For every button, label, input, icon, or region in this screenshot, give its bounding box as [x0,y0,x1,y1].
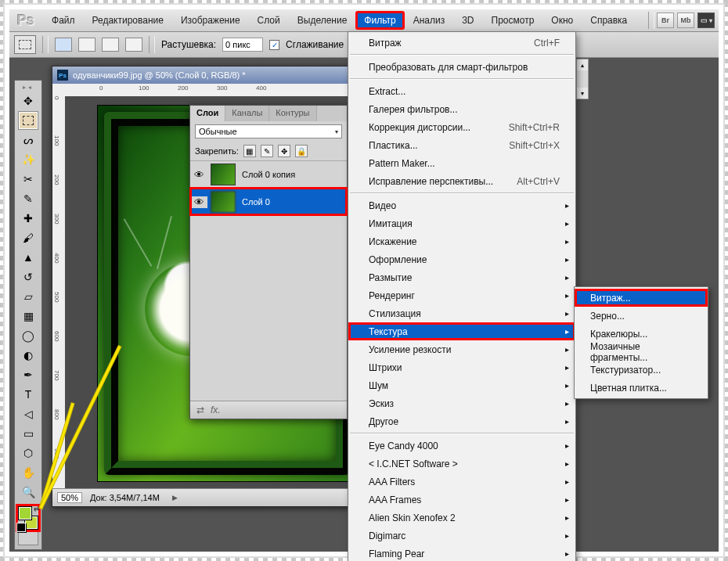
menu-item[interactable]: Eye Candy 4000 [348,437,575,455]
blur-tool[interactable]: ◯ [18,326,38,345]
scrollbar-stub[interactable]: ▴ ▾ [576,59,589,99]
antialias-checkbox[interactable]: ✓ [269,40,279,50]
blend-mode-select[interactable]: Обычные [195,124,342,138]
feather-input[interactable] [222,38,263,52]
menu-item[interactable]: Усиление резкости [348,340,575,358]
menu-item[interactable]: Текстура [348,322,575,340]
menu-layer[interactable]: Слой [250,12,288,29]
lasso-tool[interactable]: ᔕ [18,131,38,149]
3d-tool[interactable]: ⬡ [18,444,38,462]
menu-item[interactable]: Размытие [348,268,575,286]
lock-move-icon[interactable]: ✥ [278,145,290,157]
pen-tool[interactable]: ✒ [18,365,38,384]
menu-help[interactable]: Справка [582,12,635,29]
submenu-item[interactable]: Зерно... [575,307,708,325]
layer-name[interactable]: Слой 0 копия [239,170,295,179]
brush-tool[interactable]: 🖌 [18,228,38,247]
color-wells[interactable]: ⇄ [18,506,38,530]
menu-item[interactable]: Преобразовать для смарт-фильтров [348,58,575,76]
foreground-color[interactable] [18,506,32,520]
submenu-item[interactable]: Цветная плитка... [575,379,708,397]
submenu-item[interactable]: Витраж... [575,289,708,307]
eyedropper-tool[interactable]: ✎ [18,189,38,208]
shape-tool[interactable]: ▭ [18,424,38,443]
menu-item[interactable]: AAA Filters [348,473,575,491]
tab-paths[interactable]: Контуры [269,106,316,121]
path-select-tool[interactable]: ◁ [18,405,38,423]
menu-item[interactable]: Другое [348,412,575,430]
menu-item[interactable]: Исправление перспективы...Alt+Ctrl+V [348,172,575,190]
default-colors-icon[interactable] [16,523,26,532]
minibridge-button[interactable]: Mb [677,13,694,28]
menu-item[interactable]: Видео [348,196,575,214]
dodge-tool[interactable]: ◐ [18,346,38,365]
menu-item[interactable]: Искажение [348,232,575,250]
menu-item[interactable]: Коррекция дисторсии...Shift+Ctrl+R [348,118,575,136]
menu-item[interactable]: Digimarc [348,527,575,545]
lock-brush-icon[interactable]: ✎ [261,145,273,157]
menu-item[interactable]: Пластика...Shift+Ctrl+X [348,136,575,154]
menu-3d[interactable]: 3D [454,12,481,29]
zoom-value[interactable]: 50% [57,492,82,503]
menu-item[interactable]: Оформление [348,250,575,268]
grip-icon[interactable]: ▸◂ [16,83,40,91]
submenu-item[interactable]: Мозаичные фрагменты... [575,343,708,361]
submenu-item[interactable]: Текстуризатор... [575,361,708,379]
menu-item[interactable]: ВитражCtrl+F [348,34,575,52]
lock-pixels-icon[interactable]: ▦ [243,145,256,157]
active-tool-thumb[interactable] [14,35,36,54]
hand-tool[interactable]: ✋ [18,463,38,482]
tab-layers[interactable]: Слои [190,106,225,121]
menu-item[interactable]: Эскиз [348,394,575,412]
menu-edit[interactable]: Редактирование [85,12,171,29]
link-layers-icon[interactable]: ⇄ [196,405,204,415]
selection-int[interactable] [125,38,142,52]
menu-item[interactable]: Шум [348,376,575,394]
patch-tool[interactable]: ✚ [18,209,38,228]
menu-file[interactable]: Файл [44,12,83,29]
menu-item[interactable]: Flaming Pear [348,545,575,561]
selection-add[interactable] [78,38,96,52]
swap-colors-icon[interactable]: ⇄ [34,505,40,512]
stamp-tool[interactable]: ▲ [18,248,38,267]
move-tool[interactable]: ✥ [18,92,38,110]
chevron-right-icon[interactable]: ▶ [172,494,178,502]
menu-item[interactable]: < I.C.NET Software > [348,455,575,473]
marquee-tool[interactable] [18,111,38,130]
gradient-tool[interactable]: ▦ [18,307,38,325]
history-brush-tool[interactable]: ↺ [18,268,38,286]
document-tab[interactable]: Ps одуванчики99.jpg @ 50% (Слой 0, RGB/8… [52,67,373,85]
layer-row[interactable]: 👁 Слой 0 копия [190,160,347,188]
menu-item[interactable]: Штрихи [348,358,575,376]
type-tool[interactable]: T [18,385,38,404]
lock-all-icon[interactable]: 🔒 [295,145,308,157]
screenmode-button[interactable]: ▭ [697,13,715,28]
eraser-tool[interactable]: ▱ [18,287,38,306]
menu-item[interactable]: Alien Skin Xenofex 2 [348,509,575,527]
menu-item[interactable]: Pattern Maker... [348,154,575,172]
fx-icon[interactable]: fx. [211,405,221,415]
menu-select[interactable]: Выделение [290,12,355,29]
menu-item[interactable]: Extract... [348,82,575,100]
layer-name[interactable]: Слой 0 [239,197,270,207]
selection-new[interactable] [55,38,72,52]
crop-tool[interactable]: ✂ [18,170,38,189]
menu-item[interactable]: AAA Frames [348,491,575,509]
menu-view[interactable]: Просмотр [484,12,542,29]
tab-channels[interactable]: Каналы [225,106,269,121]
bridge-button[interactable]: Br [657,13,674,28]
menu-window[interactable]: Окно [543,12,581,29]
wand-tool[interactable]: ✨ [18,150,38,169]
menu-item[interactable]: Галерея фильтров... [348,100,575,118]
layer-row[interactable]: 👁 Слой 0 [190,188,347,215]
quickmask-button[interactable] [18,531,38,545]
menu-filter[interactable]: Фильтр [356,12,403,29]
menu-image[interactable]: Изображение [173,12,248,29]
scroll-up-icon[interactable]: ▴ [577,59,588,70]
selection-sub[interactable] [102,38,119,52]
menu-analysis[interactable]: Анализ [405,12,453,29]
eye-icon[interactable]: 👁 [190,196,207,208]
menu-item[interactable]: Имитация [348,214,575,232]
menu-item[interactable]: Стилизация [348,304,575,322]
menu-item[interactable]: Рендеринг [348,286,575,304]
